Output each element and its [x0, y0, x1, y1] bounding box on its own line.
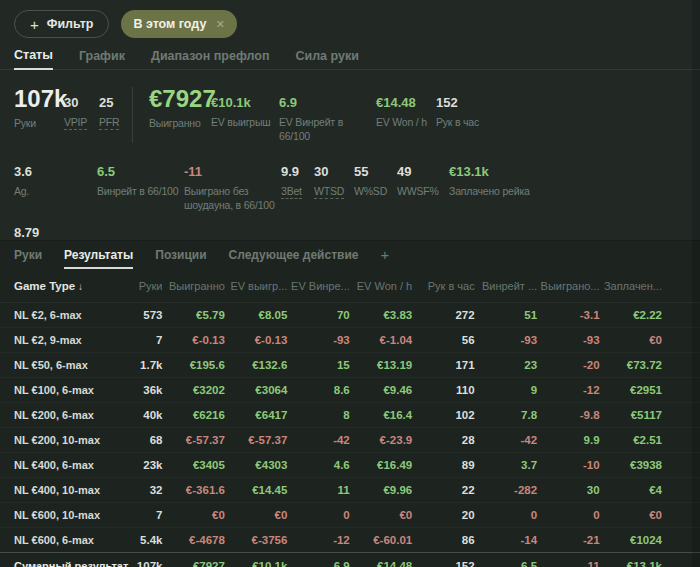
- stats-row-2: 3.6Ag.6.5Винрейт в 66/100-11Выиграно без…: [14, 164, 686, 212]
- value-cell: €73.72: [600, 359, 662, 371]
- game-type-cell: NL €100, 6-max: [14, 384, 100, 396]
- value-cell: -42: [475, 434, 537, 446]
- column-header[interactable]: Винрейт ...: [475, 280, 537, 292]
- column-header[interactable]: Выиграно...: [537, 280, 599, 292]
- value-cell: €0: [600, 334, 662, 346]
- value-cell: €3064: [225, 384, 287, 396]
- stat-label-text: Рук в час: [436, 116, 479, 128]
- table-row[interactable]: NL €200, 6-max40k€6216€64178€16.41027.8-…: [0, 402, 700, 427]
- tab-next-action[interactable]: Следующее действие: [229, 248, 359, 267]
- value-cell: 0: [287, 509, 349, 521]
- scrollbar-track[interactable]: [692, 0, 700, 567]
- table-row[interactable]: NL €600, 6-max5.4k€-4678€-3756-12€-60.01…: [0, 527, 700, 552]
- stat: 107kРуки: [14, 85, 64, 130]
- table-row[interactable]: NL €50, 6-max1.7k€195.6€132.615€13.19171…: [0, 352, 700, 377]
- value-cell: €16.4: [350, 409, 412, 421]
- column-header[interactable]: Заплачен...: [600, 280, 662, 292]
- tab-hands[interactable]: Руки: [14, 248, 42, 267]
- value-cell: 28: [412, 434, 474, 446]
- value-cell: €-3756: [225, 534, 287, 546]
- value-cell: 8.6: [287, 384, 349, 396]
- game-type-cell: NL €600, 6-max: [14, 534, 100, 546]
- value-cell: 56: [412, 334, 474, 346]
- stat-value: €13.1k: [449, 164, 536, 181]
- value-cell: -21: [537, 534, 599, 546]
- value-cell: 8: [287, 409, 349, 421]
- game-type-cell: NL €600, 10-max: [14, 509, 100, 521]
- summary-row[interactable]: Сумарный результат107k€7927€10.1k6.9€14.…: [0, 552, 700, 567]
- value-cell: €-361.6: [162, 484, 224, 496]
- column-header[interactable]: Руки: [100, 280, 162, 292]
- column-header[interactable]: Game Type ↓: [14, 280, 100, 292]
- add-tab-icon[interactable]: +: [380, 247, 389, 262]
- value-cell: €4: [600, 484, 662, 496]
- tab-preflop-range[interactable]: Диапазон префлоп: [151, 49, 269, 69]
- stat: €14.48EV Won / h: [376, 95, 436, 129]
- value-cell: 3.7: [475, 459, 537, 471]
- value-cell: 0: [475, 509, 537, 521]
- table-row[interactable]: NL €2, 6-max573€5.79€8.0570€3.8327251-3.…: [0, 303, 700, 327]
- stat-label: Заплачено рейка: [449, 184, 536, 198]
- stat-label: EV выигрыш: [211, 115, 279, 129]
- value-cell: 152: [412, 560, 474, 567]
- stats-row-1: 107kРуки30VPIP25PFR €7927Выигранно€10.1k…: [14, 85, 686, 143]
- value-cell: -9.8: [537, 409, 599, 421]
- value-cell: 23: [475, 359, 537, 371]
- value-cell: -3.1: [537, 309, 599, 321]
- table-row[interactable]: NL €400, 10-max32€-361.6€14.4511€9.9622-…: [0, 477, 700, 502]
- stat-label-text: W%SD: [354, 185, 387, 197]
- stat-label: EV Won / h: [376, 115, 436, 129]
- tab-graph[interactable]: График: [79, 49, 125, 69]
- table-tabs: Руки Результаты Позиции Следующее действ…: [0, 241, 700, 269]
- tab-hand-strength[interactable]: Сила руки: [295, 49, 358, 69]
- stat-label: WTSD: [314, 184, 354, 198]
- remove-filter-icon[interactable]: ×: [216, 17, 224, 31]
- stat-label-text[interactable]: 3Bet: [281, 185, 302, 199]
- value-cell: 4.6: [287, 459, 349, 471]
- value-cell: 9: [475, 384, 537, 396]
- column-header[interactable]: EV Won / h: [350, 280, 412, 292]
- value-cell: €13.19: [350, 359, 412, 371]
- table-row[interactable]: NL €2, 9-max7€-0.13€-0.13-93€-1.0456-93-…: [0, 327, 700, 352]
- value-cell: €-57.37: [225, 434, 287, 446]
- value-cell: €-0.13: [225, 334, 287, 346]
- value-cell: €0: [600, 509, 662, 521]
- game-type-cell: Сумарный результат: [14, 560, 100, 567]
- column-header[interactable]: EV Винре...: [287, 280, 349, 292]
- stat-label-text[interactable]: WTSD: [314, 185, 344, 199]
- value-cell: 5.4k: [100, 534, 162, 546]
- value-cell: 89: [412, 459, 474, 471]
- table-row[interactable]: NL €100, 6-max36k€3202€30648.6€9.461109-…: [0, 377, 700, 402]
- filter-button[interactable]: + Фильтр: [14, 10, 109, 38]
- tab-results[interactable]: Результаты: [64, 248, 133, 269]
- filter-button-label: Фильтр: [47, 17, 94, 31]
- value-cell: 1.7k: [100, 359, 162, 371]
- value-cell: €132.6: [225, 359, 287, 371]
- table-row[interactable]: NL €400, 6-max23k€3405€43034.6€16.49893.…: [0, 452, 700, 477]
- column-header[interactable]: Рук в час: [412, 280, 474, 292]
- column-header[interactable]: EV выигр...: [225, 280, 287, 292]
- game-type-cell: NL €2, 9-max: [14, 334, 100, 346]
- tab-positions[interactable]: Позиции: [155, 248, 206, 267]
- tab-stats[interactable]: Статы: [14, 48, 53, 70]
- value-cell: €13.1k: [600, 560, 662, 567]
- value-cell: €-60.01: [350, 534, 412, 546]
- value-cell: -12: [287, 534, 349, 546]
- stat-label: EV Винрейт в 66/100: [279, 115, 376, 143]
- table-row[interactable]: NL €200, 10-max68€-57.37€-57.37-42€-23.9…: [0, 427, 700, 452]
- stat-value: 49: [397, 164, 449, 181]
- table-row[interactable]: NL €600, 10-max7€0€00€02000€0: [0, 502, 700, 527]
- stat: €7927Выигранно: [149, 85, 211, 130]
- value-cell: -14: [475, 534, 537, 546]
- column-header[interactable]: Выигранно: [162, 280, 224, 292]
- stat-label-text[interactable]: VPIP: [64, 116, 87, 130]
- stat-label-text[interactable]: PFR: [99, 116, 119, 130]
- value-cell: 15: [287, 359, 349, 371]
- value-cell: €10.1k: [225, 560, 287, 567]
- active-filter-chip[interactable]: В этом году ×: [121, 10, 236, 38]
- value-cell: €-57.37: [162, 434, 224, 446]
- value-cell: €-4678: [162, 534, 224, 546]
- value-cell: 40k: [100, 409, 162, 421]
- value-cell: 23k: [100, 459, 162, 471]
- stat-label: Руки: [14, 116, 64, 130]
